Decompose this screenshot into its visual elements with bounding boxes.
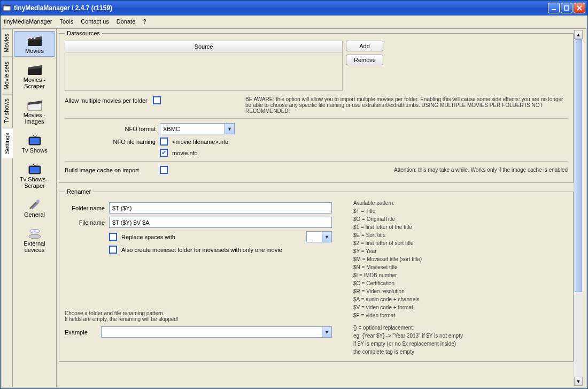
menu-item[interactable]: Tools [60,18,74,25]
opt-hint: {} = optional replacement [353,324,463,332]
source-column-header: Source [65,41,343,52]
pattern-item: $Y = Year [353,247,463,255]
pattern-item: $F = video format [353,311,463,319]
file-name-input[interactable] [109,217,332,228]
replace-spaces-checkbox[interactable] [109,233,117,241]
nfo-opt2-checkbox[interactable] [160,149,168,157]
replace-char-value: _ [310,234,313,240]
allow-multiple-label: Allow multiple movies per folder [65,97,148,104]
svg-point-3 [5,5,5,6]
svg-rect-16 [30,138,40,144]
also-create-checkbox[interactable] [109,246,117,254]
scrollbar-thumb[interactable] [575,39,582,292]
pattern-item: $A = audio code + channels [353,295,463,303]
pattern-item: $R = Video resolution [353,287,463,295]
clapper-icon [26,63,43,77]
sidebar-item-movies[interactable]: Movies [14,31,55,57]
cache-note: Attention: this may take a while. Works … [394,167,568,173]
example-select[interactable]: ▼ [101,326,332,338]
replace-spaces-label: Replace spaces with [121,234,175,240]
svg-point-22 [34,231,36,232]
renamer-hint2: If fields are empty, the renaming will b… [65,316,332,322]
pattern-item: $I = IMDB number [353,271,463,279]
svg-point-20 [29,234,41,239]
pattern-item: $M = Movieset title (sort title) [353,255,463,263]
tv-icon [26,133,43,147]
pattern-item: $E = Sort title [353,231,463,239]
folder-name-label: Folder name [65,205,105,211]
menu-item[interactable]: ? [143,18,146,25]
scroll-down-button[interactable]: ▼ [574,377,583,386]
add-button[interactable]: Add [346,41,383,51]
replace-char-select[interactable]: _ ▼ [306,231,332,242]
sidebar-item-label: Movies - Scraper [16,77,53,89]
sidebar-item-general[interactable]: General [14,195,55,220]
nfo-format-select[interactable]: XBMC ▼ [160,123,235,134]
nfo-opt1-label: <movie filename>.nfo [172,139,228,145]
chevron-down-icon: ▼ [322,327,331,337]
svg-point-19 [36,200,40,203]
example-label: Example [65,329,97,335]
scroll-up-button[interactable]: ▲ [574,30,583,39]
tab-tvshows[interactable]: Tv shows [2,94,12,127]
source-list[interactable] [65,52,343,91]
app-icon [3,4,11,12]
nfo-opt1-checkbox[interactable] [160,138,168,146]
sidebar-item-tvshows-scraper[interactable]: Tv Shows - Scraper [14,159,55,192]
allow-multiple-warning: BE AWARE: this option will allow you to … [245,96,568,114]
renamer-legend: Renamer [65,188,93,195]
menubar: tinyMediaManager Tools Contact us Donate… [1,16,587,27]
datasources-legend: Datasources [65,30,102,36]
folder-name-input[interactable] [109,202,332,213]
tab-settings[interactable]: Settings [2,128,13,158]
pattern-list: Available pattern: $T = Title $O = Origi… [353,199,463,356]
sidebar-item-external-devices[interactable]: External devices [14,224,55,256]
pattern-item: $N = Movieset title [353,263,463,271]
window-title: tinyMediaManager / 2.4.7 (r1159) [14,4,112,12]
sidebar-item-label: Tv Shows [21,147,47,154]
clapper-icon [26,34,43,48]
menu-item[interactable]: Donate [117,18,135,25]
sidebar-item-label: Tv Shows - Scraper [16,176,53,189]
nfo-format-value: XBMC [163,126,180,132]
remove-button[interactable]: Remove [346,55,383,65]
pattern-item: $C = Certification [353,279,463,287]
maximize-button[interactable] [561,3,572,13]
file-name-label: File name [65,219,105,226]
titlebar: tinyMediaManager / 2.4.7 (r1159) [1,1,587,16]
tab-movies[interactable]: Movies [2,29,12,57]
pattern-header: Available pattern: [353,199,463,207]
sidebar-item-label: Movies [25,48,44,54]
sidebar-item-label: External devices [16,240,53,253]
clapper-icon [26,98,43,112]
sidebar-item-tvshows[interactable]: Tv Shows [14,131,55,156]
chevron-down-icon: ▼ [225,124,234,134]
left-tabs: Movies Movie sets Tv shows Settings [2,29,13,387]
sidebar-item-label: General [24,211,45,218]
menu-item[interactable]: tinyMediaManager [4,18,52,25]
tv-icon [26,162,43,176]
allow-multiple-checkbox[interactable] [153,96,161,104]
sidebar-item-movies-scraper[interactable]: Movies - Scraper [14,60,55,92]
opt-hint: eg: {Year $Y} -> "Year 2013" if $Y is no… [353,332,463,340]
nfo-format-label: NFO format [65,126,156,132]
tab-moviesets[interactable]: Movie sets [2,57,12,94]
nfo-filenaming-label: NFO file naming [65,139,156,145]
close-button[interactable] [574,3,585,13]
vertical-scrollbar[interactable]: ▲ ▼ [574,30,583,386]
opt-hint: the complete tag is empty [353,348,463,356]
minimize-button[interactable] [548,3,560,13]
svg-rect-18 [30,167,40,173]
pattern-item: $T = Title [353,207,463,215]
nfo-opt2-label: movie.nfo [172,150,198,156]
datasources-group: Datasources Source Add Remove [59,30,574,183]
pattern-item: $V = video code + format [353,303,463,311]
opt-hint: if $Y is empty (or no $x replacement ins… [353,340,463,348]
tools-icon [26,197,43,211]
pattern-item: $2 = first letter of sort title [353,239,463,247]
settings-sidenav: Movies Movies - Scraper Movies - Images … [13,29,57,387]
sidebar-item-movies-images[interactable]: Movies - Images [14,95,55,127]
menu-item[interactable]: Contact us [81,18,109,25]
cache-checkbox[interactable] [160,166,168,174]
renamer-group: Renamer Folder name File name [59,188,574,362]
